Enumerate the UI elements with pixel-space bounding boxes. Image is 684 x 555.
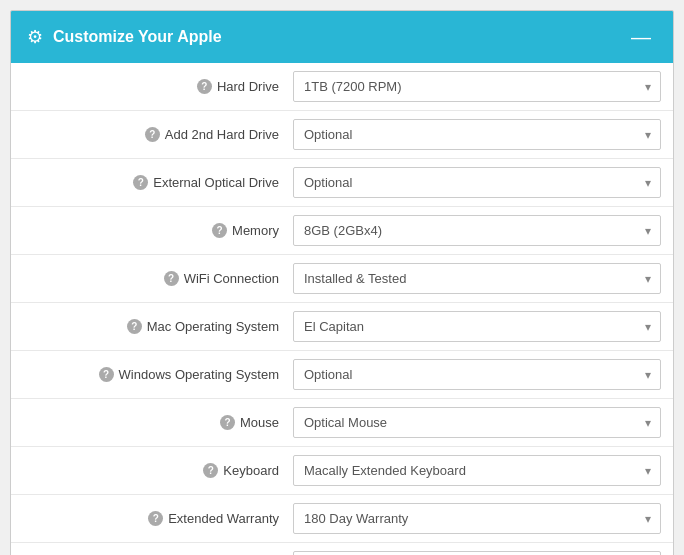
help-icon-mouse[interactable]: ?	[220, 415, 235, 430]
help-icon-mac-operating-system[interactable]: ?	[127, 319, 142, 334]
select-wrapper-add-2nd-hard-drive: Optional500GB1TB	[293, 119, 661, 150]
label-text-memory: Memory	[232, 223, 279, 238]
select-cell-add-2nd-hard-drive: Optional500GB1TB	[293, 119, 661, 150]
select-cell-diagnostics: OptionalFull Diagnostics	[293, 551, 661, 555]
select-cell-memory: 8GB (2GBx4)4GB16GB32GB	[293, 215, 661, 246]
label-text-add-2nd-hard-drive: Add 2nd Hard Drive	[165, 127, 279, 142]
label-text-wifi-connection: WiFi Connection	[184, 271, 279, 286]
select-keyboard[interactable]: Macally Extended KeyboardApple KeyboardN…	[293, 455, 661, 486]
config-row-keyboard: ?KeyboardMacally Extended KeyboardApple …	[11, 447, 673, 495]
config-row-windows-operating-system: ?Windows Operating SystemOptionalWindows…	[11, 351, 673, 399]
help-icon-add-2nd-hard-drive[interactable]: ?	[145, 127, 160, 142]
select-hard-drive[interactable]: 1TB (7200 RPM)500GB2TB	[293, 71, 661, 102]
config-row-hard-drive: ?Hard Drive1TB (7200 RPM)500GB2TB	[11, 63, 673, 111]
label-text-mouse: Mouse	[240, 415, 279, 430]
label-cell-external-optical-drive: ?External Optical Drive	[23, 175, 293, 190]
label-cell-wifi-connection: ?WiFi Connection	[23, 271, 293, 286]
label-cell-mac-operating-system: ?Mac Operating System	[23, 319, 293, 334]
select-mouse[interactable]: Optical MouseMagic MouseNone	[293, 407, 661, 438]
select-wrapper-memory: 8GB (2GBx4)4GB16GB32GB	[293, 215, 661, 246]
config-row-external-optical-drive: ?External Optical DriveOptionalDVD-RWBlu…	[11, 159, 673, 207]
label-cell-extended-warranty: ?Extended Warranty	[23, 511, 293, 526]
config-row-memory: ?Memory8GB (2GBx4)4GB16GB32GB	[11, 207, 673, 255]
widget-header: ⚙ Customize Your Apple —	[11, 11, 673, 63]
label-cell-windows-operating-system: ?Windows Operating System	[23, 367, 293, 382]
select-wrapper-mac-operating-system: El CapitanSierraHigh Sierra	[293, 311, 661, 342]
select-wifi-connection[interactable]: Installed & TestedOptional	[293, 263, 661, 294]
select-cell-keyboard: Macally Extended KeyboardApple KeyboardN…	[293, 455, 661, 486]
select-wrapper-windows-operating-system: OptionalWindows 10Windows 7	[293, 359, 661, 390]
label-text-extended-warranty: Extended Warranty	[168, 511, 279, 526]
label-text-windows-operating-system: Windows Operating System	[119, 367, 279, 382]
label-cell-mouse: ?Mouse	[23, 415, 293, 430]
config-row-add-2nd-hard-drive: ?Add 2nd Hard DriveOptional500GB1TB	[11, 111, 673, 159]
select-external-optical-drive[interactable]: OptionalDVD-RWBlu-ray	[293, 167, 661, 198]
select-cell-extended-warranty: 180 Day Warranty1 Year WarrantyNone	[293, 503, 661, 534]
select-mac-operating-system[interactable]: El CapitanSierraHigh Sierra	[293, 311, 661, 342]
select-memory[interactable]: 8GB (2GBx4)4GB16GB32GB	[293, 215, 661, 246]
help-icon-external-optical-drive[interactable]: ?	[133, 175, 148, 190]
label-cell-memory: ?Memory	[23, 223, 293, 238]
select-wrapper-mouse: Optical MouseMagic MouseNone	[293, 407, 661, 438]
select-wrapper-external-optical-drive: OptionalDVD-RWBlu-ray	[293, 167, 661, 198]
label-cell-keyboard: ?Keyboard	[23, 463, 293, 478]
config-row-wifi-connection: ?WiFi ConnectionInstalled & TestedOption…	[11, 255, 673, 303]
widget-body: ?Hard Drive1TB (7200 RPM)500GB2TB?Add 2n…	[11, 63, 673, 555]
select-cell-wifi-connection: Installed & TestedOptional	[293, 263, 661, 294]
select-wrapper-wifi-connection: Installed & TestedOptional	[293, 263, 661, 294]
select-wrapper-keyboard: Macally Extended KeyboardApple KeyboardN…	[293, 455, 661, 486]
select-add-2nd-hard-drive[interactable]: Optional500GB1TB	[293, 119, 661, 150]
select-wrapper-extended-warranty: 180 Day Warranty1 Year WarrantyNone	[293, 503, 661, 534]
label-text-external-optical-drive: External Optical Drive	[153, 175, 279, 190]
config-row-mouse: ?MouseOptical MouseMagic MouseNone	[11, 399, 673, 447]
select-wrapper-diagnostics: OptionalFull Diagnostics	[293, 551, 661, 555]
label-cell-hard-drive: ?Hard Drive	[23, 79, 293, 94]
select-extended-warranty[interactable]: 180 Day Warranty1 Year WarrantyNone	[293, 503, 661, 534]
select-wrapper-hard-drive: 1TB (7200 RPM)500GB2TB	[293, 71, 661, 102]
header-left: ⚙ Customize Your Apple	[27, 26, 222, 48]
help-icon-windows-operating-system[interactable]: ?	[99, 367, 114, 382]
label-cell-add-2nd-hard-drive: ?Add 2nd Hard Drive	[23, 127, 293, 142]
select-cell-mouse: Optical MouseMagic MouseNone	[293, 407, 661, 438]
select-diagnostics[interactable]: OptionalFull Diagnostics	[293, 551, 661, 555]
help-icon-extended-warranty[interactable]: ?	[148, 511, 163, 526]
select-windows-operating-system[interactable]: OptionalWindows 10Windows 7	[293, 359, 661, 390]
help-icon-keyboard[interactable]: ?	[203, 463, 218, 478]
label-text-hard-drive: Hard Drive	[217, 79, 279, 94]
header-title: Customize Your Apple	[53, 28, 222, 46]
help-icon-memory[interactable]: ?	[212, 223, 227, 238]
select-cell-hard-drive: 1TB (7200 RPM)500GB2TB	[293, 71, 661, 102]
select-cell-mac-operating-system: El CapitanSierraHigh Sierra	[293, 311, 661, 342]
config-row-extended-warranty: ?Extended Warranty180 Day Warranty1 Year…	[11, 495, 673, 543]
help-icon-hard-drive[interactable]: ?	[197, 79, 212, 94]
label-text-mac-operating-system: Mac Operating System	[147, 319, 279, 334]
config-row-mac-operating-system: ?Mac Operating SystemEl CapitanSierraHig…	[11, 303, 673, 351]
select-cell-windows-operating-system: OptionalWindows 10Windows 7	[293, 359, 661, 390]
help-icon-wifi-connection[interactable]: ?	[164, 271, 179, 286]
config-row-diagnostics: ?DiagnosticsOptionalFull Diagnostics	[11, 543, 673, 555]
label-text-keyboard: Keyboard	[223, 463, 279, 478]
customize-widget: ⚙ Customize Your Apple — ?Hard Drive1TB …	[10, 10, 674, 555]
minimize-button[interactable]: —	[625, 23, 657, 51]
gear-icon: ⚙	[27, 26, 43, 48]
select-cell-external-optical-drive: OptionalDVD-RWBlu-ray	[293, 167, 661, 198]
